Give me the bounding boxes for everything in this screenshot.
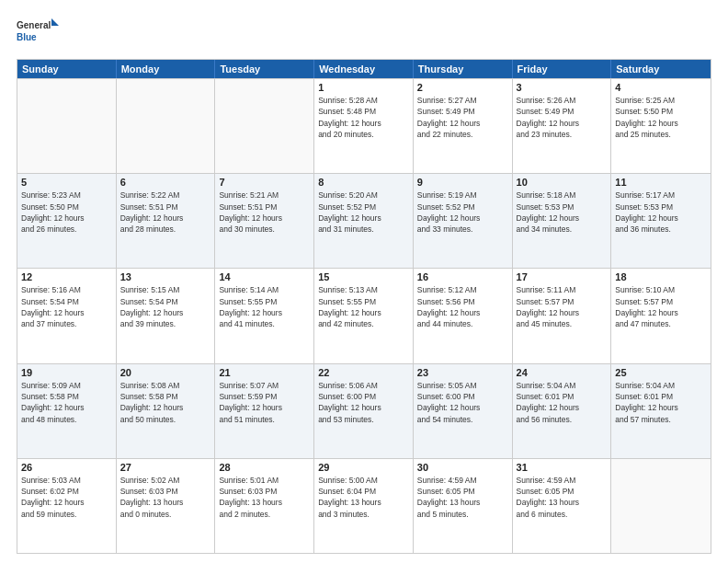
- calendar-body: 1Sunrise: 5:28 AM Sunset: 5:48 PM Daylig…: [17, 78, 711, 553]
- calendar-day-cell: 2Sunrise: 5:27 AM Sunset: 5:49 PM Daylig…: [414, 79, 513, 173]
- calendar-day-cell: 22Sunrise: 5:06 AM Sunset: 6:00 PM Dayli…: [314, 364, 414, 458]
- day-number: 18: [615, 271, 707, 282]
- svg-marker-2: [51, 18, 59, 26]
- day-number: 9: [417, 177, 508, 188]
- calendar-day-cell: 20Sunrise: 5:08 AM Sunset: 5:58 PM Dayli…: [117, 364, 216, 458]
- calendar-day-cell: 11Sunrise: 5:17 AM Sunset: 5:53 PM Dayli…: [611, 174, 711, 268]
- day-info: Sunrise: 5:04 AM Sunset: 6:01 PM Dayligh…: [615, 380, 707, 425]
- day-info: Sunrise: 5:04 AM Sunset: 6:01 PM Dayligh…: [517, 380, 608, 425]
- day-number: 8: [318, 177, 409, 188]
- day-info: Sunrise: 5:22 AM Sunset: 5:51 PM Dayligh…: [120, 190, 211, 235]
- calendar-empty-cell: [117, 79, 216, 173]
- calendar-day-cell: 5Sunrise: 5:23 AM Sunset: 5:50 PM Daylig…: [17, 174, 117, 268]
- day-info: Sunrise: 5:03 AM Sunset: 6:02 PM Dayligh…: [21, 475, 112, 520]
- day-info: Sunrise: 5:14 AM Sunset: 5:55 PM Dayligh…: [219, 284, 310, 329]
- day-number: 23: [417, 367, 508, 378]
- day-number: 12: [21, 271, 112, 282]
- calendar-day-cell: 3Sunrise: 5:26 AM Sunset: 5:49 PM Daylig…: [513, 79, 612, 173]
- calendar-header-row: SundayMondayTuesdayWednesdayThursdayFrid…: [17, 60, 711, 78]
- day-info: Sunrise: 5:05 AM Sunset: 6:00 PM Dayligh…: [417, 380, 508, 425]
- calendar-day-cell: 6Sunrise: 5:22 AM Sunset: 5:51 PM Daylig…: [117, 174, 216, 268]
- calendar-row: 12Sunrise: 5:16 AM Sunset: 5:54 PM Dayli…: [17, 268, 711, 362]
- day-number: 14: [219, 271, 310, 282]
- calendar-day-cell: 26Sunrise: 5:03 AM Sunset: 6:02 PM Dayli…: [17, 459, 117, 553]
- logo-svg: General Blue: [17, 17, 63, 50]
- calendar-day-cell: 18Sunrise: 5:10 AM Sunset: 5:57 PM Dayli…: [611, 269, 711, 362]
- day-number: 6: [120, 177, 211, 188]
- day-info: Sunrise: 5:11 AM Sunset: 5:57 PM Dayligh…: [517, 284, 608, 329]
- day-number: 13: [120, 271, 211, 282]
- day-number: 4: [615, 82, 707, 93]
- calendar-day-cell: 17Sunrise: 5:11 AM Sunset: 5:57 PM Dayli…: [513, 269, 612, 362]
- day-number: 30: [417, 462, 508, 473]
- day-info: Sunrise: 5:18 AM Sunset: 5:53 PM Dayligh…: [517, 190, 608, 235]
- day-info: Sunrise: 5:17 AM Sunset: 5:53 PM Dayligh…: [615, 190, 707, 235]
- calendar-day-cell: 12Sunrise: 5:16 AM Sunset: 5:54 PM Dayli…: [17, 269, 117, 362]
- weekday-header: Friday: [513, 60, 612, 78]
- day-info: Sunrise: 5:10 AM Sunset: 5:57 PM Dayligh…: [615, 284, 707, 329]
- calendar-day-cell: 23Sunrise: 5:05 AM Sunset: 6:00 PM Dayli…: [414, 364, 513, 458]
- day-number: 27: [120, 462, 211, 473]
- day-info: Sunrise: 5:28 AM Sunset: 5:48 PM Dayligh…: [318, 95, 409, 140]
- day-number: 17: [517, 271, 608, 282]
- day-info: Sunrise: 5:02 AM Sunset: 6:03 PM Dayligh…: [120, 475, 211, 520]
- day-info: Sunrise: 4:59 AM Sunset: 6:05 PM Dayligh…: [517, 475, 608, 520]
- calendar-day-cell: 13Sunrise: 5:15 AM Sunset: 5:54 PM Dayli…: [117, 269, 216, 362]
- day-number: 11: [615, 177, 707, 188]
- day-number: 19: [21, 367, 112, 378]
- calendar-day-cell: 10Sunrise: 5:18 AM Sunset: 5:53 PM Dayli…: [513, 174, 612, 268]
- day-info: Sunrise: 5:16 AM Sunset: 5:54 PM Dayligh…: [21, 284, 112, 329]
- calendar-row: 19Sunrise: 5:09 AM Sunset: 5:58 PM Dayli…: [17, 363, 711, 458]
- calendar-day-cell: 4Sunrise: 5:25 AM Sunset: 5:50 PM Daylig…: [611, 79, 711, 173]
- svg-text:General: General: [17, 20, 51, 30]
- day-number: 7: [219, 177, 310, 188]
- calendar-day-cell: 31Sunrise: 4:59 AM Sunset: 6:05 PM Dayli…: [513, 459, 612, 553]
- day-info: Sunrise: 5:09 AM Sunset: 5:58 PM Dayligh…: [21, 380, 112, 425]
- weekday-header: Sunday: [17, 60, 117, 78]
- calendar-day-cell: 30Sunrise: 4:59 AM Sunset: 6:05 PM Dayli…: [414, 459, 513, 553]
- logo: General Blue: [17, 17, 63, 50]
- day-info: Sunrise: 5:27 AM Sunset: 5:49 PM Dayligh…: [417, 95, 508, 140]
- day-info: Sunrise: 5:06 AM Sunset: 6:00 PM Dayligh…: [318, 380, 409, 425]
- page-header: General Blue: [17, 17, 711, 50]
- day-number: 28: [219, 462, 310, 473]
- calendar-day-cell: 29Sunrise: 5:00 AM Sunset: 6:04 PM Dayli…: [314, 459, 414, 553]
- day-number: 15: [318, 271, 409, 282]
- weekday-header: Wednesday: [314, 60, 414, 78]
- calendar-row: 26Sunrise: 5:03 AM Sunset: 6:02 PM Dayli…: [17, 458, 711, 553]
- calendar-day-cell: 28Sunrise: 5:01 AM Sunset: 6:03 PM Dayli…: [215, 459, 314, 553]
- calendar-day-cell: 27Sunrise: 5:02 AM Sunset: 6:03 PM Dayli…: [117, 459, 216, 553]
- day-number: 24: [517, 367, 608, 378]
- weekday-header: Monday: [117, 60, 216, 78]
- calendar-empty-cell: [611, 459, 711, 553]
- weekday-header: Tuesday: [215, 60, 314, 78]
- day-number: 21: [219, 367, 310, 378]
- day-info: Sunrise: 5:20 AM Sunset: 5:52 PM Dayligh…: [318, 190, 409, 235]
- calendar-day-cell: 9Sunrise: 5:19 AM Sunset: 5:52 PM Daylig…: [414, 174, 513, 268]
- day-info: Sunrise: 4:59 AM Sunset: 6:05 PM Dayligh…: [417, 475, 508, 520]
- day-number: 25: [615, 367, 707, 378]
- calendar-day-cell: 16Sunrise: 5:12 AM Sunset: 5:56 PM Dayli…: [414, 269, 513, 362]
- day-number: 1: [318, 82, 409, 93]
- calendar-day-cell: 1Sunrise: 5:28 AM Sunset: 5:48 PM Daylig…: [314, 79, 414, 173]
- calendar-empty-cell: [17, 79, 117, 173]
- day-number: 10: [517, 177, 608, 188]
- day-number: 2: [417, 82, 508, 93]
- day-info: Sunrise: 5:23 AM Sunset: 5:50 PM Dayligh…: [21, 190, 112, 235]
- calendar-row: 5Sunrise: 5:23 AM Sunset: 5:50 PM Daylig…: [17, 173, 711, 268]
- day-number: 20: [120, 367, 211, 378]
- day-number: 29: [318, 462, 409, 473]
- calendar-day-cell: 14Sunrise: 5:14 AM Sunset: 5:55 PM Dayli…: [215, 269, 314, 362]
- day-info: Sunrise: 5:00 AM Sunset: 6:04 PM Dayligh…: [318, 475, 409, 520]
- day-info: Sunrise: 5:26 AM Sunset: 5:49 PM Dayligh…: [517, 95, 608, 140]
- calendar-day-cell: 19Sunrise: 5:09 AM Sunset: 5:58 PM Dayli…: [17, 364, 117, 458]
- day-info: Sunrise: 5:01 AM Sunset: 6:03 PM Dayligh…: [219, 475, 310, 520]
- svg-text:Blue: Blue: [17, 32, 37, 42]
- day-number: 22: [318, 367, 409, 378]
- day-info: Sunrise: 5:13 AM Sunset: 5:55 PM Dayligh…: [318, 284, 409, 329]
- day-info: Sunrise: 5:07 AM Sunset: 5:59 PM Dayligh…: [219, 380, 310, 425]
- calendar-day-cell: 25Sunrise: 5:04 AM Sunset: 6:01 PM Dayli…: [611, 364, 711, 458]
- day-info: Sunrise: 5:08 AM Sunset: 5:58 PM Dayligh…: [120, 380, 211, 425]
- day-number: 16: [417, 271, 508, 282]
- calendar-empty-cell: [215, 79, 314, 173]
